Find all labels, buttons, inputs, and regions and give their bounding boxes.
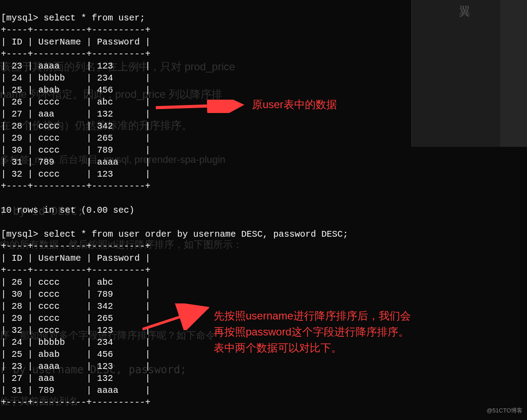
annotation-line: 表中两个数据可以对比下。: [214, 340, 411, 356]
terminal-line: [1, 408, 527, 420]
terminal-line: | 27 | aaa | 132 |: [1, 372, 527, 384]
terminal-line: +----+----------+----------+: [1, 180, 527, 192]
terminal-line: +----+----------+----------+: [1, 24, 527, 36]
annotation-line: 再按照password这个字段进行降序排序。: [214, 324, 411, 340]
terminal-line: | ID | UserName | Password |: [1, 252, 527, 264]
terminal-line: | 30 | cccc | 789 |: [1, 288, 527, 300]
annotation-label: 先按照username进行降序排序后，我们会 再按照password这个字段进行…: [214, 308, 411, 356]
terminal-line: | 23 | aaaa | 123 |: [1, 60, 527, 72]
terminal-line: 10 rows in set (0.00 sec): [1, 204, 527, 216]
svg-line-0: [156, 105, 238, 108]
terminal-line: [1, 192, 527, 204]
terminal-line: | 31 | 789 | aaaa |: [1, 384, 527, 396]
terminal-line: | 24 | bbbbb | 234 |: [1, 72, 527, 84]
terminal-line: | 30 | cccc | 789 |: [1, 144, 527, 156]
terminal-line: | 31 | 789 | aaaa |: [1, 156, 527, 168]
terminal-line: | 26 | cccc | abc |: [1, 276, 527, 288]
terminal-line: +----+----------+----------+: [1, 264, 527, 276]
terminal-line: +----+----------+----------+: [1, 396, 527, 408]
annotation-label: 原user表中的数据: [252, 98, 337, 110]
watermark: @51CTO博客: [486, 404, 523, 416]
terminal-line: | 23 | aaaa | 123 |: [1, 360, 527, 372]
terminal-line: | 32 | cccc | 123 |: [1, 168, 527, 180]
annotation-arrow-icon: [156, 100, 245, 113]
terminal-line: | 28 | cccc | 342 |: [1, 120, 527, 132]
svg-line-1: [142, 309, 205, 329]
annotation-line: 先按照username进行降序排序后，我们会: [214, 308, 411, 324]
terminal-line: | 25 | abab | 456 |: [1, 84, 527, 96]
terminal-line: [mysql> select * from user;: [1, 12, 527, 24]
annotation-arrow-icon: [142, 303, 209, 330]
terminal-line: +----+----------+----------+: [1, 48, 527, 60]
terminal-line: | 29 | cccc | 265 |: [1, 132, 527, 144]
terminal-line: [mysql> select * from user order by user…: [1, 228, 527, 240]
terminal-line: [1, 0, 527, 12]
terminal-output: [mysql> select * from user;+----+-------…: [0, 0, 527, 420]
terminal-line: +----+----------+----------+: [1, 240, 527, 252]
terminal-line: | ID | UserName | Password |: [1, 36, 527, 48]
terminal-line: [1, 216, 527, 228]
